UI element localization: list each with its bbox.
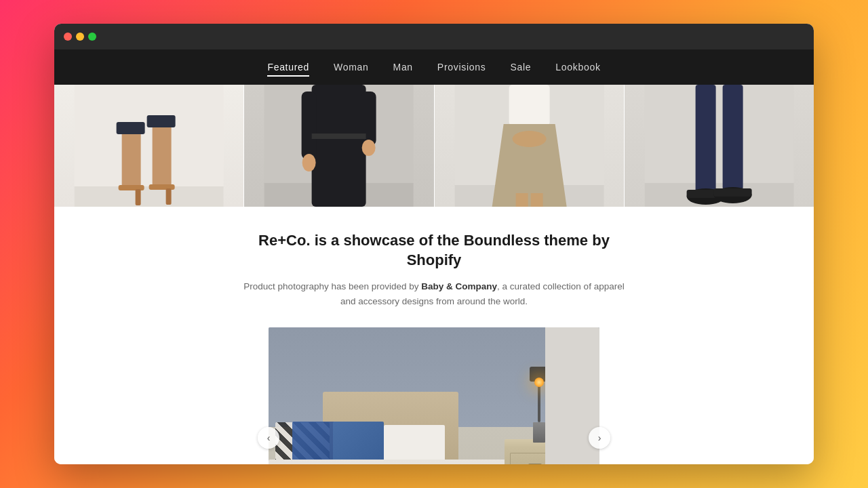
- svg-rect-13: [302, 92, 317, 159]
- browser-window: Featured Woman Man Provisions Sale Lookb…: [54, 24, 814, 464]
- browser-chrome: [54, 24, 814, 49]
- bedroom-image: [269, 327, 599, 464]
- traffic-lights: [64, 33, 96, 41]
- nav-item-man[interactable]: Man: [393, 61, 413, 73]
- nav-item-sale[interactable]: Sale: [510, 61, 531, 73]
- tagline-section: Re+Co. is a showcase of the Boundless th…: [237, 231, 631, 308]
- svg-rect-1: [75, 186, 224, 207]
- svg-rect-23: [530, 193, 542, 207]
- svg-rect-5: [153, 119, 172, 186]
- tagline-subtitle: Product photography has been provided by…: [237, 279, 631, 308]
- hero-panel-2: [243, 85, 433, 207]
- lamp-base: [533, 422, 545, 443]
- carousel-wrapper: ‹ ›: [269, 327, 599, 464]
- svg-rect-8: [117, 122, 145, 134]
- chevron-right-icon: ›: [598, 433, 601, 443]
- lamp-arm: [538, 382, 540, 422]
- chevron-left-icon: ‹: [267, 433, 271, 443]
- main-content: Re+Co. is a showcase of the Boundless th…: [54, 207, 814, 464]
- nav-item-woman[interactable]: Woman: [334, 61, 368, 73]
- nightstand-handle: [528, 464, 542, 464]
- lamp-bulb: [534, 378, 544, 387]
- hero-panel-3: [434, 85, 624, 207]
- svg-rect-7: [166, 188, 172, 205]
- nav-item-featured[interactable]: Featured: [267, 61, 309, 73]
- svg-rect-22: [515, 193, 528, 207]
- nav-link-lookbook[interactable]: Lookbook: [555, 62, 600, 75]
- svg-rect-31: [713, 188, 751, 197]
- hero-panel-1: [54, 85, 243, 207]
- nav-link-provisions[interactable]: Provisions: [437, 62, 486, 75]
- maximize-button[interactable]: [88, 33, 96, 41]
- tagline-sub-before: Product photography has been provided by: [243, 281, 421, 291]
- svg-rect-27: [722, 85, 743, 190]
- svg-rect-26: [695, 85, 715, 193]
- close-button[interactable]: [64, 33, 72, 41]
- tagline-brand: Baby & Company: [421, 281, 497, 291]
- nav-item-provisions[interactable]: Provisions: [437, 61, 486, 73]
- hero-panel-4: [624, 85, 814, 207]
- svg-point-15: [302, 154, 316, 171]
- nav-link-woman[interactable]: Woman: [334, 62, 368, 75]
- svg-rect-20: [509, 85, 549, 125]
- nav-link-featured[interactable]: Featured: [267, 62, 309, 77]
- pillow-blue: [333, 422, 384, 464]
- bedding: [269, 460, 513, 464]
- svg-rect-4: [136, 189, 141, 205]
- nav-link-man[interactable]: Man: [393, 62, 413, 75]
- svg-point-21: [512, 131, 546, 147]
- minimize-button[interactable]: [76, 33, 84, 41]
- nav-item-lookbook[interactable]: Lookbook: [555, 61, 600, 73]
- svg-rect-9: [147, 115, 176, 127]
- tagline-title: Re+Co. is a showcase of the Boundless th…: [237, 231, 631, 270]
- carousel-next-button[interactable]: ›: [589, 427, 610, 449]
- svg-rect-12: [312, 85, 366, 207]
- nav-link-sale[interactable]: Sale: [510, 62, 531, 75]
- pillow-white: [384, 425, 445, 464]
- hero-strip: [54, 85, 814, 207]
- nav-links: Featured Woman Man Provisions Sale Lookb…: [267, 61, 600, 73]
- carousel-prev-button[interactable]: ‹: [258, 427, 279, 449]
- main-nav: Featured Woman Man Provisions Sale Lookb…: [54, 49, 814, 85]
- svg-rect-2: [122, 125, 141, 190]
- svg-rect-17: [312, 134, 366, 139]
- browser-content: Featured Woman Man Provisions Sale Lookb…: [54, 49, 814, 464]
- carousel-track: [269, 327, 599, 464]
- svg-point-16: [362, 140, 376, 156]
